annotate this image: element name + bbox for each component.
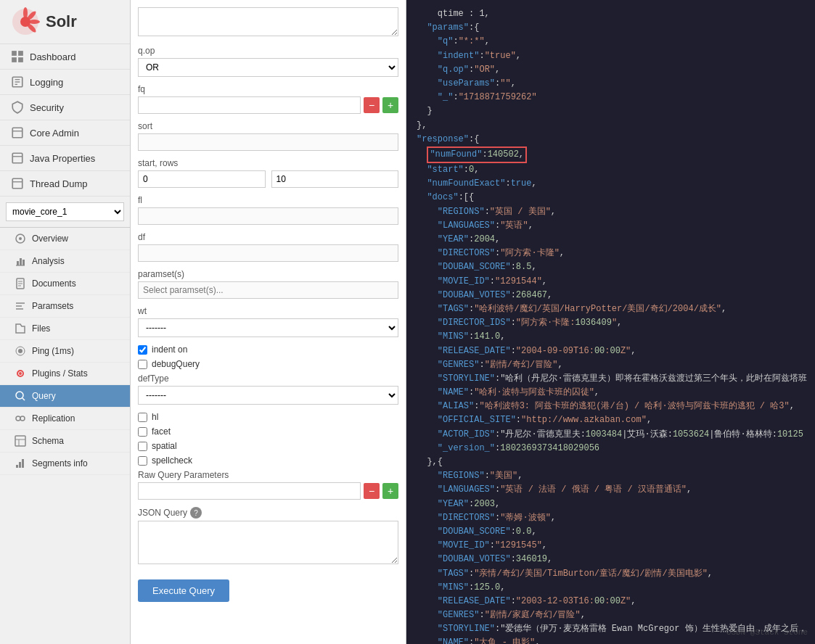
q-field-group [138, 7, 398, 38]
sidebar-item-analysis[interactable]: Analysis [0, 250, 130, 273]
sidebar-item-label: Core Admin [30, 128, 79, 139]
sort-group: sort [138, 121, 398, 151]
indent-checkbox[interactable] [138, 345, 147, 355]
svg-point-37 [16, 392, 23, 399]
sidebar-item-query[interactable]: Query [0, 385, 130, 408]
svg-point-36 [19, 372, 22, 375]
svg-rect-42 [15, 436, 25, 446]
json-query-input[interactable] [138, 521, 398, 564]
facet-row: facet [138, 426, 398, 437]
df-group: df [138, 232, 398, 262]
sort-label: sort [138, 121, 398, 131]
debug-query-checkbox[interactable] [138, 360, 147, 369]
solr-logo-icon [11, 7, 40, 36]
fq-minus-button[interactable]: − [364, 97, 380, 113]
json-result-line: "MINS":125.0, [417, 581, 805, 595]
svg-rect-6 [12, 51, 17, 56]
svg-rect-9 [18, 57, 23, 62]
results-panel: qtime : 1, "params":{ "q":"*:*", "indent… [406, 0, 815, 644]
spatial-label: spatial [152, 441, 177, 451]
json-query-label-text: JSON Query [138, 508, 187, 518]
start-input[interactable] [138, 170, 266, 188]
sidebar-item-core-admin[interactable]: Core Admin [0, 120, 130, 146]
sidebar-item-security[interactable]: Security [0, 95, 130, 120]
json-query-group: JSON Query ? [138, 507, 398, 566]
spatial-checkbox[interactable] [138, 442, 147, 451]
sidebar-item-label: Logging [30, 77, 63, 88]
sidebar-item-label: Dashboard [30, 51, 76, 62]
sidebar-item-dashboard[interactable]: Dashboard [0, 44, 130, 70]
fl-input[interactable] [138, 207, 398, 225]
sidebar-item-label: Paramsets [32, 301, 73, 311]
df-input[interactable] [138, 244, 398, 262]
wt-group: wt ------- json xml csv [138, 306, 398, 337]
sidebar-item-segments-info[interactable]: Segments info [0, 453, 130, 475]
sidebar-item-paramsets[interactable]: Paramsets [0, 295, 130, 318]
json-result-line: "numFound":140502, [417, 146, 805, 163]
q-op-label: q.op [138, 46, 398, 56]
json-result-line: "ALIAS":"哈利波特3: 阿兹卡班的逃犯(港/台) / 哈利·波特与阿兹卡… [417, 400, 805, 413]
start-rows-label: start, rows [138, 158, 398, 168]
json-output: qtime : 1, "params":{ "q":"*:*", "indent… [417, 7, 805, 644]
sidebar-item-ping[interactable]: Ping (1ms) [0, 340, 130, 363]
fq-row: − + [138, 96, 398, 114]
json-result-line: "DIRECTORS":"蒂姆·波顿", [417, 511, 805, 525]
core-admin-icon [11, 126, 24, 139]
execute-query-button[interactable]: Execute Query [138, 579, 229, 602]
json-result-line: "numFoundExact":true, [417, 177, 805, 191]
svg-point-39 [16, 416, 20, 421]
json-result-line: "YEAR":2003, [417, 498, 805, 511]
sidebar-item-label: Java Properties [30, 153, 95, 164]
json-result-line: } [417, 104, 805, 118]
json-result-line: }, [417, 119, 805, 133]
sort-input[interactable] [138, 133, 398, 151]
svg-point-21 [19, 237, 22, 240]
json-result-line: "q.op":"OR", [417, 63, 805, 77]
svg-point-33 [18, 349, 22, 353]
q-op-select[interactable]: OR AND [138, 58, 398, 77]
query-panel: q.op OR AND fq − + sort start, rows [131, 0, 406, 644]
facet-checkbox[interactable] [138, 427, 147, 437]
fq-plus-button[interactable]: + [382, 97, 398, 113]
json-result-line: "docs":[{ [417, 191, 805, 205]
def-type-select[interactable]: ------- lucene dismax edismax [138, 386, 398, 405]
paramsets-input[interactable] [138, 281, 398, 299]
indent-row: indent on [138, 344, 398, 355]
raw-query-plus-button[interactable]: + [382, 483, 398, 499]
sidebar-item-label: Analysis [32, 256, 65, 266]
files-icon [15, 323, 26, 334]
raw-query-group: Raw Query Parameters − + [138, 470, 398, 500]
svg-rect-8 [12, 57, 17, 62]
q-input[interactable] [138, 7, 398, 36]
sidebar-item-replication[interactable]: Replication [0, 408, 130, 430]
sidebar-item-plugins-stats[interactable]: Plugins / Stats [0, 363, 130, 385]
json-result-line: "DOUBAN_VOTES":268467, [417, 289, 805, 302]
json-query-help-icon[interactable]: ? [190, 507, 202, 519]
wt-select[interactable]: ------- json xml csv [138, 318, 398, 337]
sidebar-item-files[interactable]: Files [0, 318, 130, 340]
sidebar-item-schema[interactable]: Schema [0, 430, 130, 453]
sidebar-item-label: Files [32, 323, 50, 334]
sidebar-item-logging[interactable]: Logging [0, 70, 130, 95]
json-result-line: },{ [417, 455, 805, 469]
rows-input[interactable] [271, 170, 399, 188]
json-query-label-row: JSON Query ? [138, 507, 398, 519]
fq-input[interactable] [138, 96, 361, 114]
sidebar-item-java-properties[interactable]: Java Properties [0, 146, 130, 171]
raw-query-minus-button[interactable]: − [364, 483, 380, 499]
core-selector[interactable]: movie_core_1 [6, 202, 124, 221]
sidebar-item-documents[interactable]: Documents [0, 273, 130, 295]
def-type-label: defType [138, 373, 398, 384]
spellcheck-checkbox[interactable] [138, 456, 147, 466]
raw-query-input[interactable] [138, 482, 361, 500]
json-result-line: "useParams":"", [417, 77, 805, 91]
json-result-line: "DOUBAN_SCORE":0.0, [417, 525, 805, 539]
sidebar-item-label: Replication [32, 413, 75, 424]
documents-icon [15, 278, 26, 289]
paramsets-group: paramset(s) [138, 269, 398, 299]
q-op-group: q.op OR AND [138, 46, 398, 77]
sidebar-item-overview[interactable]: Overview [0, 228, 130, 250]
hl-checkbox[interactable] [138, 413, 147, 422]
sidebar-item-thread-dump[interactable]: Thread Dump [0, 171, 130, 197]
security-icon [11, 101, 24, 114]
